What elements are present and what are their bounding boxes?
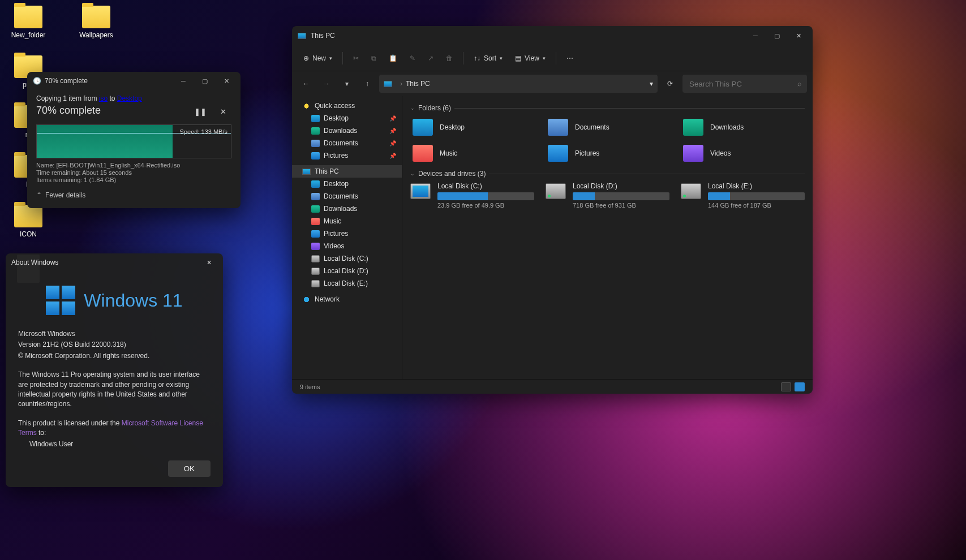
folder-icon xyxy=(311,180,320,188)
fewer-details-toggle[interactable]: ⌃ Fewer details xyxy=(36,191,231,199)
search-icon: ⌕ xyxy=(797,80,801,88)
chevron-down-icon: ⌄ xyxy=(410,105,415,111)
more-icon: ⋯ xyxy=(566,54,573,62)
group-drives[interactable]: ⌄ Devices and drives (3) xyxy=(410,170,805,178)
cancel-button[interactable]: ✕ xyxy=(214,105,231,119)
desktop-icon[interactable]: Wallpapers xyxy=(74,6,119,39)
sidebar-item[interactable]: Local Disk (E:) xyxy=(292,277,402,290)
delete-button[interactable]: 🗑 xyxy=(440,51,458,66)
search-input[interactable] xyxy=(688,79,793,89)
tiles-view-button[interactable] xyxy=(795,382,805,391)
pin-icon: 📌 xyxy=(389,128,396,134)
recent-button[interactable]: ▾ xyxy=(338,75,355,92)
minimize-button[interactable]: ─ xyxy=(173,72,194,90)
folder-item[interactable]: Documents xyxy=(546,117,669,138)
pause-button[interactable]: ❚❚ xyxy=(192,105,209,119)
details-view-button[interactable] xyxy=(781,382,791,391)
about-para: The Windows 11 Pro operating system and … xyxy=(18,370,211,410)
explorer-content: ⌄ Folders (6) DesktopDocumentsDownloadsM… xyxy=(402,96,813,379)
copy-to-link[interactable]: Desktop xyxy=(117,94,142,102)
rename-button[interactable]: ✎ xyxy=(404,51,421,66)
copy-source-line: Copying 1 item from iso to Desktop xyxy=(36,94,231,102)
drive-item[interactable]: Local Disk (D:) 718 GB free of 931 GB xyxy=(546,182,669,209)
copy-titlebar[interactable]: 🕓 70% complete ─ ▢ ✕ xyxy=(27,72,241,90)
windows-wordmark: Windows 11 xyxy=(84,287,182,313)
chevron-up-icon: ⌃ xyxy=(36,191,42,199)
about-title: About Windows xyxy=(11,259,198,266)
copy-from-link[interactable]: iso xyxy=(99,94,108,102)
chevron-down-icon[interactable]: ▾ xyxy=(650,80,653,88)
forward-button[interactable]: → xyxy=(318,75,335,92)
folder-item[interactable]: Pictures xyxy=(546,143,669,164)
address-bar[interactable]: › This PC ▾ xyxy=(379,75,658,93)
sidebar-item[interactable]: Local Disk (C:) xyxy=(292,252,402,265)
share-button[interactable]: ↗ xyxy=(422,51,439,66)
folder-icon xyxy=(311,193,320,200)
sidebar-network[interactable]: Network xyxy=(292,293,402,305)
pin-icon: 📌 xyxy=(389,115,396,122)
sidebar-item[interactable]: Desktop📌 xyxy=(292,112,402,124)
refresh-button[interactable]: ⟳ xyxy=(661,75,679,93)
sidebar-item[interactable]: Music xyxy=(292,215,402,227)
folder-icon xyxy=(14,205,42,227)
more-button[interactable]: ⋯ xyxy=(561,51,579,66)
sidebar-item[interactable]: Local Disk (D:) xyxy=(292,265,402,277)
close-button[interactable]: ✕ xyxy=(216,72,237,90)
explorer-titlebar[interactable]: This PC ─ ▢ ✕ xyxy=(292,26,813,45)
sidebar-item[interactable]: Pictures xyxy=(292,227,402,240)
copy-time: Time remaining: About 15 seconds xyxy=(36,169,231,176)
sidebar-quick-access[interactable]: Quick access xyxy=(292,100,402,112)
sidebar-item[interactable]: Documents xyxy=(292,190,402,203)
sidebar-item[interactable]: Pictures📌 xyxy=(292,149,402,162)
new-button[interactable]: ⊕ New ▾ xyxy=(298,51,338,66)
sort-button[interactable]: ↑↓ Sort ▾ xyxy=(468,51,508,66)
folder-icon xyxy=(311,280,320,287)
desktop-icon[interactable]: New_folder xyxy=(6,6,51,39)
folder-item[interactable]: Videos xyxy=(681,143,805,164)
group-folders[interactable]: ⌄ Folders (6) xyxy=(410,104,805,112)
close-button[interactable]: ✕ xyxy=(788,27,809,45)
cut-button[interactable]: ✂ xyxy=(347,51,364,66)
folder-item[interactable]: Downloads xyxy=(681,117,805,138)
sidebar-this-pc[interactable]: This PC xyxy=(292,165,402,178)
sidebar-item[interactable]: Videos xyxy=(292,240,402,252)
sidebar-item[interactable]: Documents📌 xyxy=(292,137,402,149)
sidebar-item[interactable]: Desktop xyxy=(292,178,402,190)
copy-progress: Speed: 133 MB/s xyxy=(36,124,231,158)
rename-icon: ✎ xyxy=(410,54,415,62)
paste-icon: 📋 xyxy=(389,54,397,62)
folder-item[interactable]: Music xyxy=(410,143,534,164)
about-line2: Version 21H2 (OS Build 22000.318) xyxy=(18,340,211,350)
up-button[interactable]: ↑ xyxy=(359,75,376,92)
drive-item[interactable]: Local Disk (E:) 144 GB free of 187 GB xyxy=(681,182,805,209)
maximize-button[interactable]: ▢ xyxy=(766,27,788,45)
copy-button[interactable]: ⧉ xyxy=(366,51,382,66)
clock-icon: 🕓 xyxy=(33,77,41,85)
folder-icon xyxy=(548,145,568,162)
desktop-icon[interactable]: ICON xyxy=(6,205,51,238)
paste-button[interactable]: 📋 xyxy=(383,51,403,66)
folder-icon xyxy=(311,230,320,238)
view-button[interactable]: ▤ View ▾ xyxy=(509,51,551,66)
drive-item[interactable]: Local Disk (C:) 23.9 GB free of 49.9 GB xyxy=(410,182,534,209)
explorer-sidebar: Quick access Desktop📌Downloads📌Documents… xyxy=(292,96,402,379)
copy-name: Name: [EFI-BOOT]Win11_English_x64-Rectif… xyxy=(36,162,231,169)
ok-button[interactable]: OK xyxy=(168,460,211,477)
back-button[interactable]: ← xyxy=(298,75,315,92)
sidebar-item[interactable]: Downloads xyxy=(292,203,402,215)
minimize-button[interactable]: ─ xyxy=(745,27,766,45)
breadcrumb[interactable]: This PC xyxy=(406,80,430,88)
about-titlebar[interactable]: About Windows ✕ xyxy=(6,253,223,272)
icon-label: New_folder xyxy=(6,31,51,39)
file-explorer-window: This PC ─ ▢ ✕ ⊕ New ▾ ✂ ⧉ 📋 ✎ ↗ 🗑 ↑↓ Sor… xyxy=(292,26,813,394)
folder-icon xyxy=(683,119,703,136)
folder-item[interactable]: Desktop xyxy=(410,117,534,138)
close-button[interactable]: ✕ xyxy=(198,253,220,272)
maximize-button[interactable]: ▢ xyxy=(194,72,216,90)
sidebar-item[interactable]: Downloads📌 xyxy=(292,124,402,137)
sort-icon: ↑↓ xyxy=(474,54,480,62)
status-text: 9 items xyxy=(300,384,320,390)
trash-icon: 🗑 xyxy=(446,54,453,62)
search-box[interactable]: ⌕ xyxy=(682,75,807,93)
icon-label: ICON xyxy=(6,230,51,238)
